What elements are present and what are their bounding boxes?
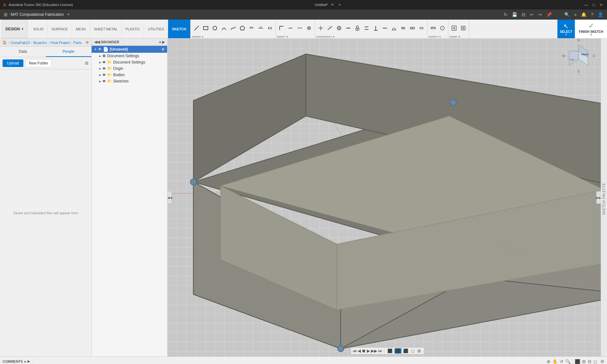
namedviews-eye-icon[interactable]: 👁 [102,60,106,64]
sheet-metal-tab[interactable]: SHEET METAL [90,20,122,38]
new-folder-btn[interactable]: New Folder [25,59,52,67]
home-icon[interactable]: 🏠 [3,40,7,45]
help-icon[interactable]: ? [590,11,595,18]
breadcrumb-settings-icon[interactable]: ⚙ [86,40,89,45]
symmetry-btn[interactable] [408,23,417,33]
browser-item-origin[interactable]: ▶ 👁 📁 Origin [97,65,167,72]
comments-expand-icon[interactable]: ▶ [27,359,30,363]
tab-data[interactable]: Data [0,47,46,57]
bodies-eye-icon[interactable]: 👁 [102,73,106,77]
browser-item-docsettings[interactable]: ▶ ⚙ Document Settings [97,53,167,59]
fix-btn[interactable] [353,23,362,33]
insert-label[interactable]: INSERT ▼ [450,35,468,38]
arc-tool-btn[interactable] [220,23,228,33]
extend-tool-btn[interactable] [286,23,295,33]
dropdown-icon[interactable]: ▼ [66,12,71,17]
viewport-tool4-btn[interactable]: ◻ [410,348,416,354]
collinear-btn[interactable] [325,23,334,33]
finish-sketch-btn[interactable]: ✓ FINISH SKETCH ▼ [575,20,607,38]
breadcrumb-parts[interactable]: Parts [74,41,82,45]
playback-start-btn[interactable]: ⏮ [353,349,357,353]
refresh-icon[interactable]: ↻ [502,11,509,18]
offset-tool-btn[interactable] [247,23,256,33]
playback-stop-btn[interactable]: ⏹ [362,349,366,353]
playback-play-btn[interactable]: ▶ [367,349,370,353]
equal-btn[interactable] [399,23,408,33]
online-icon[interactable]: ● [573,11,578,18]
fillet-tool-btn[interactable] [277,23,286,33]
tool-display3-btn[interactable]: ⊟ [588,359,592,364]
tool-display1-btn[interactable]: ⬛ [575,359,580,364]
circle-tool-btn[interactable] [210,23,219,33]
create-label[interactable]: CREATE ▼ [192,35,274,38]
tool-camera-btn[interactable]: ⊕ [547,359,550,364]
close-btn[interactable]: ✕ [599,3,604,7]
minimize-btn[interactable]: — [584,3,589,7]
break-tool-btn[interactable] [295,23,304,33]
viewport-tool5-btn[interactable]: ⊞ [416,348,422,354]
layout-icon[interactable]: ⊟ [520,11,527,18]
inspect2-btn[interactable] [438,23,447,33]
mesh-tab[interactable]: MESH [72,20,90,38]
browser-item-namedviews[interactable]: ▶ 👁 📁 Document Settings [97,59,167,65]
design-dropdown[interactable]: DESIGN ▼ [2,20,27,38]
modify-label[interactable]: MODIFY ▼ [277,35,313,38]
rectangle-tool-btn[interactable] [201,23,210,33]
coincident-btn[interactable] [316,23,325,33]
breadcrumb-bryanxu[interactable]: BryanXu [33,41,47,45]
horizontal-btn[interactable] [380,23,389,33]
breadcrumb-compfab[interactable]: CompFab23 [11,41,30,45]
surface-tab[interactable]: SURFACE [48,20,72,38]
tool-pan-btn[interactable]: ✋ [552,359,558,364]
tab-people[interactable]: People [46,47,92,57]
app-name[interactable]: MAT Computational Fabrication [11,12,64,17]
viewcube-area[interactable]: FRONT TOP N S E W [566,43,591,69]
tool-display2-btn[interactable]: ⊞ [582,359,586,364]
spline-tool-btn[interactable] [229,23,238,33]
viewport-tool3-btn[interactable]: ⬛ [402,348,409,354]
undo-icon[interactable]: ↩ [529,11,535,18]
search-icon[interactable]: 🔍 [563,11,571,18]
playback-prev-btn[interactable]: ◀ [358,349,361,353]
sketch-tab[interactable]: SKETCH [168,20,190,38]
tool-zoom-btn[interactable]: 🔍 [565,359,571,364]
maximize-btn[interactable]: □ [591,3,596,7]
scale-tool-btn[interactable] [305,23,313,33]
root-settings-icon[interactable]: ⚙ [161,47,165,52]
browser-item-sketches[interactable]: ▶ 👁 📁 Sketches [97,78,167,84]
panel-expand-right-btn[interactable]: ▶▶ [596,191,601,204]
playback-end-btn[interactable]: ⏭ [378,349,382,353]
measure-btn[interactable] [429,23,438,33]
bottom-settings-icon[interactable]: ⚙ [600,359,604,364]
tool-display4-btn[interactable]: ◻ [593,359,597,364]
viewport[interactable]: 180 FRONT TOP N [167,39,607,356]
curvature-btn[interactable] [417,23,426,33]
concentric-btn[interactable] [335,23,343,33]
save-icon[interactable]: 💾 [511,11,519,18]
browser-root-item[interactable]: ▼ 👁 📄 (Unsaved) ⚙ [92,46,167,53]
polygon-tool-btn[interactable] [238,23,247,33]
inspect-label[interactable]: INSPECT ▼ [429,35,447,38]
comments-dot-icon[interactable]: ● [24,360,26,363]
app-grid-icon[interactable]: ⊞ [3,11,9,18]
perpendicular-btn[interactable] [371,23,380,33]
origin-eye-icon[interactable]: 👁 [102,67,106,70]
browser-expand-icon[interactable]: ● [159,40,161,44]
pin-icon[interactable]: 📌 [545,11,553,18]
constraints-label[interactable]: CONSTRAINTS ▼ [316,35,426,38]
redo-icon[interactable]: ↪ [537,11,543,18]
viewport-tool2-btn[interactable]: ⬛ [394,348,401,354]
line-tool-btn[interactable] [192,23,201,33]
trim-tool-btn[interactable] [256,23,265,33]
viewport-tool1-btn[interactable]: ⬛ [386,348,393,354]
browser-more-icon[interactable]: ▶ [162,40,165,44]
utilities-tab[interactable]: UTILITIES [144,20,168,38]
panel-settings-icon[interactable]: ⚙ [85,61,89,66]
mirror-tool-btn[interactable] [265,23,274,33]
insert2-btn[interactable] [459,23,468,33]
root-eye-icon[interactable]: 👁 [98,47,102,52]
plastic-tab[interactable]: PLASTIC [122,20,144,38]
solid-tab[interactable]: SOLID [29,20,48,38]
title-controls[interactable]: — □ ✕ [584,3,604,7]
upload-btn[interactable]: Upload [3,59,23,67]
